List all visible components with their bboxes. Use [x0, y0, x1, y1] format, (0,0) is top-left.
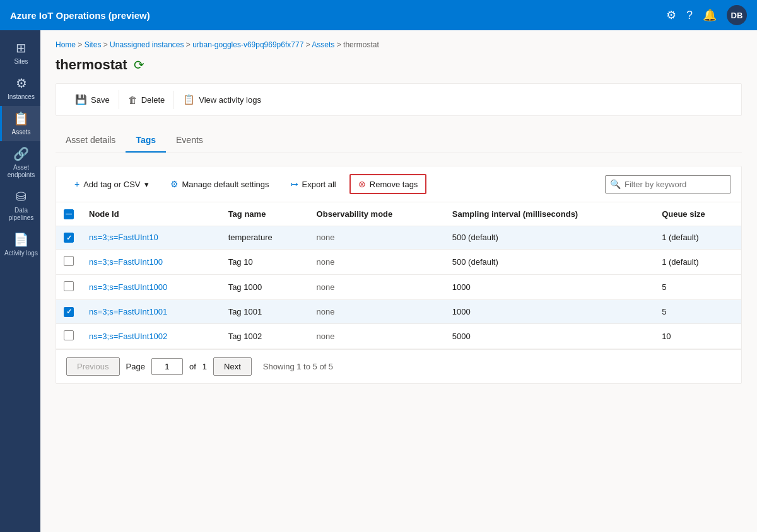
add-tag-label: Add tag or CSV [83, 180, 140, 189]
row-1-checkbox[interactable] [64, 233, 74, 243]
page-title-row: thermostat ⟳ [56, 57, 742, 73]
filter-search-icon: 🔍 [610, 179, 621, 189]
breadcrumb-sites[interactable]: Sites [85, 40, 102, 49]
add-tag-button[interactable]: + Add tag or CSV ▾ [66, 175, 157, 194]
col-sampling-interval: Sampling interval (milliseconds) [445, 202, 654, 226]
row-3-node-id[interactable]: ns=3;s=FastUInt1000 [89, 282, 167, 292]
action-toolbar: 💾 Save 🗑 Delete 📋 View activity logs [56, 83, 742, 116]
row-4-tag-name: Tag 1001 [221, 300, 309, 324]
content-area: Home > Sites > Unassigned instances > ur… [40, 30, 757, 532]
row-3-queue-size: 5 [654, 275, 741, 300]
export-all-button[interactable]: ↦ Export all [283, 175, 344, 194]
col-tag-name: Tag name [221, 202, 309, 226]
tab-events[interactable]: Events [166, 129, 213, 153]
page-number-input[interactable] [151, 358, 183, 375]
row-3-checkbox[interactable] [64, 281, 74, 291]
remove-tags-label: Remove tags [370, 180, 418, 189]
breadcrumb-home[interactable]: Home [56, 40, 76, 49]
row-5-tag-name: Tag 1002 [221, 323, 309, 349]
settings-gear-icon: ⚙ [170, 179, 179, 189]
activity-logs-icon: 📄 [13, 232, 29, 247]
showing-text: Showing 1 to 5 of 5 [263, 362, 333, 371]
row-3-sampling-interval: 1000 [445, 275, 654, 300]
row-5-node-id[interactable]: ns=3;s=FastUInt1002 [89, 332, 167, 341]
row-4-node-id[interactable]: ns=3;s=FastUInt1001 [89, 307, 167, 316]
table-row: ns=3;s=FastUInt100 Tag 10 none 500 (defa… [56, 250, 741, 275]
table-toolbar: + Add tag or CSV ▾ ⚙ Manage default sett… [56, 166, 741, 202]
page-title: thermostat [56, 57, 127, 73]
assets-icon: 📋 [13, 111, 29, 126]
tab-asset-details[interactable]: Asset details [56, 129, 126, 153]
sidebar-item-assets[interactable]: 📋 Assets [0, 106, 40, 141]
breadcrumb-instance[interactable]: urban-goggles-v69pq969p6fx777 [192, 40, 303, 49]
tags-table: Node Id Tag name Observability mode Samp… [56, 202, 741, 349]
row-1-tag-name: temperature [221, 226, 309, 250]
breadcrumb-assets[interactable]: Assets [312, 40, 334, 49]
col-observability-mode: Observability mode [309, 202, 445, 226]
sidebar-label-instances: Instances [8, 93, 35, 101]
topbar: Azure IoT Operations (preview) ⚙ ? 🔔 DB [0, 0, 757, 30]
sidebar-label-sites: Sites [14, 58, 28, 66]
row-4-observability-mode: none [309, 300, 445, 324]
filter-input-wrap: 🔍 [605, 175, 731, 194]
add-icon: + [74, 179, 79, 189]
table-row: ns=3;s=FastUInt10 temperature none 500 (… [56, 226, 741, 250]
row-1-observability-mode: none [309, 226, 445, 250]
manage-settings-button[interactable]: ⚙ Manage default settings [162, 175, 278, 194]
save-button[interactable]: 💾 Save [66, 90, 119, 109]
sidebar-item-asset-endpoints[interactable]: 🔗 Asset endpoints [0, 141, 40, 184]
export-all-label: Export all [302, 180, 336, 189]
delete-button[interactable]: 🗑 Delete [119, 91, 175, 109]
settings-icon[interactable]: ⚙ [666, 8, 676, 22]
row-5-queue-size: 10 [654, 323, 741, 349]
remove-icon: ⊗ [358, 179, 366, 189]
row-2-node-id[interactable]: ns=3;s=FastUInt100 [89, 257, 163, 267]
row-1-node-id[interactable]: ns=3;s=FastUInt10 [89, 233, 158, 242]
sidebar-label-asset-endpoints: Asset endpoints [4, 164, 38, 179]
help-icon[interactable]: ? [686, 9, 693, 22]
app-title: Azure IoT Operations (preview) [10, 10, 666, 21]
row-2-checkbox[interactable] [64, 256, 74, 266]
view-activity-logs-button[interactable]: 📋 View activity logs [174, 90, 270, 109]
table-panel: + Add tag or CSV ▾ ⚙ Manage default sett… [56, 166, 742, 384]
tab-tags[interactable]: Tags [126, 129, 166, 153]
row-3-observability-mode: none [309, 275, 445, 300]
row-4-queue-size: 5 [654, 300, 741, 324]
remove-tags-button[interactable]: ⊗ Remove tags [349, 174, 427, 194]
data-pipelines-icon: ⛁ [16, 189, 26, 204]
notifications-icon[interactable]: 🔔 [703, 8, 717, 22]
row-1-queue-size: 1 (default) [654, 226, 741, 250]
delete-label: Delete [141, 95, 165, 105]
select-all-checkbox[interactable] [64, 209, 74, 219]
delete-icon: 🗑 [128, 95, 138, 105]
row-5-checkbox[interactable] [64, 330, 74, 340]
sidebar-item-sites[interactable]: ⊞ Sites [0, 35, 40, 71]
previous-button[interactable]: Previous [66, 357, 120, 376]
activity-logs-icon: 📋 [183, 94, 195, 105]
row-4-sampling-interval: 1000 [445, 300, 654, 324]
col-node-id: Node Id [81, 202, 221, 226]
next-button[interactable]: Next [213, 357, 252, 376]
row-4-checkbox[interactable] [64, 307, 74, 317]
save-icon: 💾 [75, 94, 87, 105]
filter-input[interactable] [605, 175, 731, 194]
row-2-tag-name: Tag 10 [221, 250, 309, 275]
sidebar-item-data-pipelines[interactable]: ⛁ Data pipelines [0, 184, 40, 227]
breadcrumb: Home > Sites > Unassigned instances > ur… [56, 40, 742, 49]
pagination: Previous Page of 1 Next Showing 1 to 5 o… [56, 349, 741, 383]
sidebar-label-activity-logs: Activity logs [4, 250, 38, 257]
manage-settings-label: Manage default settings [182, 180, 269, 189]
breadcrumb-unassigned-instances[interactable]: Unassigned instances [110, 40, 184, 49]
sidebar-item-activity-logs[interactable]: 📄 Activity logs [0, 227, 40, 262]
avatar[interactable]: DB [727, 5, 747, 25]
sidebar-item-instances[interactable]: ⚙ Instances [0, 71, 40, 106]
table-row: ns=3;s=FastUInt1001 Tag 1001 none 1000 5 [56, 300, 741, 324]
tabs: Asset details Tags Events [56, 129, 742, 153]
chevron-down-icon: ▾ [144, 180, 149, 189]
total-pages: 1 [202, 362, 207, 371]
save-label: Save [91, 95, 110, 105]
view-activity-logs-label: View activity logs [199, 95, 261, 105]
asset-endpoints-icon: 🔗 [13, 146, 29, 161]
col-queue-size: Queue size [654, 202, 741, 226]
row-2-queue-size: 1 (default) [654, 250, 741, 275]
